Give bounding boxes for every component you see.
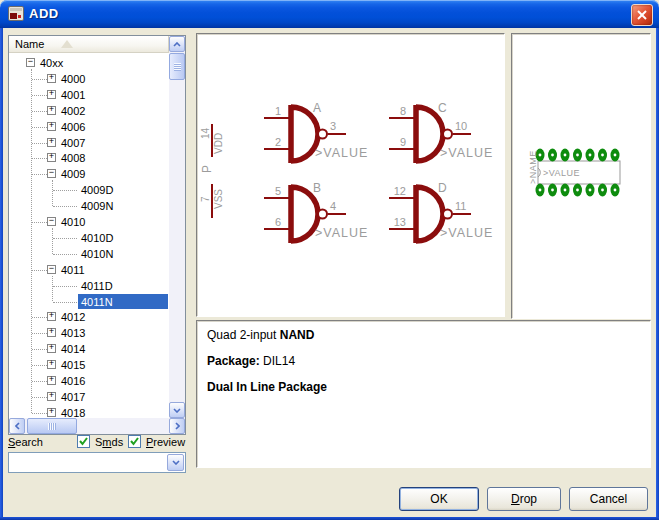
tree-item-4012[interactable]: +4012 [9,309,169,325]
smds-checkbox[interactable] [77,435,90,448]
tree-item-4011[interactable]: −4011 [9,262,169,278]
tree-item-4018[interactable]: +4018 [9,405,169,418]
collapse-icon[interactable]: − [47,265,56,274]
tree-connector [32,111,47,112]
svg-text:3: 3 [330,120,336,132]
tree-item-4008[interactable]: +4008 [9,150,169,166]
pad-drill [576,189,579,192]
ok-button[interactable]: OK [399,487,479,511]
name-column-header[interactable]: Name [9,36,169,53]
tree-connector [53,206,77,207]
expand-icon[interactable]: + [47,122,56,131]
tree-item-label: 4014 [59,342,87,356]
tree-item-4009d[interactable]: 4009D [9,182,169,198]
component-tree[interactable]: −40xx+4000+4001+4002+4006+4007+4008−4009… [9,53,169,418]
expand-icon[interactable]: + [47,74,56,83]
vertical-scroll-thumb[interactable] [169,53,185,80]
tree-horizontal-scrollbar[interactable] [9,418,185,434]
tree-item-4002[interactable]: +4002 [9,103,169,119]
tree-item-4015[interactable]: +4015 [9,357,169,373]
tree-item-label: 4001 [59,88,87,102]
tree-item-4017[interactable]: +4017 [9,389,169,405]
tree-item-label: 4010N [79,247,115,261]
tree-connector [32,158,47,159]
tree-item-4006[interactable]: +4006 [9,119,169,135]
expand-icon[interactable]: + [47,392,56,401]
tree-item-4013[interactable]: +4013 [9,325,169,341]
description-panel: Quad 2-input NAND Package: DIL14 Dual In… [196,320,651,468]
name-column-label: Name [15,38,44,50]
pad-drill [551,189,554,192]
search-input[interactable] [11,455,165,470]
expand-icon[interactable]: + [47,328,56,337]
description-line-3: Dual In Line Package [207,381,640,394]
scroll-down-button[interactable] [169,402,185,418]
tree-item-4010n[interactable]: 4010N [9,246,169,262]
tree-item-4016[interactable]: +4016 [9,373,169,389]
tree-item-4009[interactable]: −4009 [9,166,169,182]
check-icon [78,436,89,447]
search-combobox[interactable] [8,452,186,473]
dil14-package-drawing: >VALUE >NAME [512,34,650,318]
svg-text:1: 1 [275,105,281,117]
svg-text:7: 7 [200,196,211,202]
svg-text:B: B [313,181,321,195]
drop-button[interactable]: Drop [487,487,561,511]
svg-text:>VALUE: >VALUE [440,146,493,160]
tree-vertical-scrollbar[interactable] [169,36,185,418]
tree-item-label: 4000 [59,72,87,86]
expand-icon[interactable]: + [47,153,56,162]
tree-item-4009n[interactable]: 4009N [9,198,169,214]
tree-item-40xx[interactable]: −40xx [9,55,169,71]
tree-item-label: 4009D [79,183,115,197]
tree-item-4010[interactable]: −4010 [9,214,169,230]
pad-drill [539,154,542,157]
pad-drill [564,189,567,192]
tree-item-4010d[interactable]: 4010D [9,230,169,246]
tree-item-label: 4012 [59,310,87,324]
expand-icon[interactable]: + [47,344,56,353]
svg-text:2: 2 [275,136,281,148]
tree-item-4001[interactable]: +4001 [9,87,169,103]
horizontal-scroll-thumb[interactable] [27,418,77,434]
collapse-icon[interactable]: − [47,217,56,226]
pad-drill [614,154,617,157]
expand-icon[interactable]: + [47,376,56,385]
scroll-right-button[interactable] [169,418,185,434]
expand-icon[interactable]: + [47,106,56,115]
svg-text:>VALUE: >VALUE [543,168,580,178]
collapse-icon[interactable]: − [47,169,56,178]
tree-connector [32,365,47,366]
tree-item-label: 40xx [38,56,65,70]
expand-icon[interactable]: + [47,138,56,147]
expand-icon[interactable]: + [47,360,56,369]
expand-icon[interactable]: + [47,408,56,417]
tree-guide-line [52,228,53,254]
tree-item-4007[interactable]: +4007 [9,135,169,151]
nand-gate-b: 5 6 4 B >VALUE [264,181,368,243]
tree-item-4011n[interactable]: 4011N [9,294,169,310]
expand-icon[interactable]: + [47,90,56,99]
cancel-button[interactable]: Cancel [569,487,648,511]
collapse-icon[interactable]: − [26,58,35,67]
expand-icon[interactable]: + [47,312,56,321]
tree-item-4011d[interactable]: 4011D [9,278,169,294]
svg-text:4: 4 [330,200,336,212]
smds-label[interactable]: Smds [95,436,123,448]
close-button[interactable] [631,4,653,26]
preview-checkbox[interactable] [128,435,141,448]
title-bar[interactable]: ADD [0,0,659,28]
tree-item-label: 4010D [79,231,115,245]
pad-drill [576,154,579,157]
tree-item-4014[interactable]: +4014 [9,341,169,357]
combo-dropdown-button[interactable] [167,454,184,471]
svg-text:A: A [313,101,321,115]
preview-label[interactable]: Preview [146,436,185,448]
package-preview-panel: >VALUE >NAME [511,33,651,319]
tree-item-label: 4011N [79,295,115,309]
scroll-up-button[interactable] [169,36,185,52]
svg-text:9: 9 [400,136,406,148]
scroll-left-button[interactable] [9,418,25,434]
tree-item-4000[interactable]: +4000 [9,71,169,87]
tree-guide-line [52,180,53,206]
